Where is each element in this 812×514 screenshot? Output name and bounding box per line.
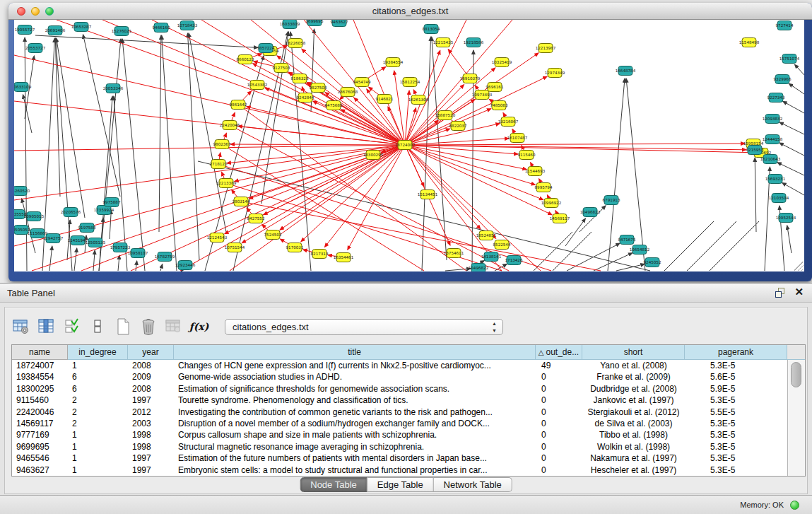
table-row[interactable]: 1456911722003Disruption of a novel membe… [12,418,805,429]
graph-node[interactable]: 20206576 [61,208,81,217]
graph-node[interactable]: 10996922 [541,199,561,208]
table-row[interactable]: 1830029562008Estimation of significance … [12,383,805,395]
graph-node[interactable]: 9146821 [376,95,394,104]
graph-node[interactable]: 14138141 [481,252,502,262]
toggle-rows-icon[interactable] [88,317,107,337]
graph-node[interactable]: 10653287 [71,23,92,32]
graph-node[interactable]: 12942757 [43,234,64,243]
graph-node[interactable]: 9727414 [776,21,794,30]
graph-node[interactable]: 12213987 [536,44,556,53]
graph-node[interactable]: 16782759 [155,252,175,262]
graph-node[interactable]: 10952544 [776,214,796,223]
column-header-name[interactable]: name [12,345,68,360]
graph-node[interactable]: 12505135 [86,238,106,247]
graph-node[interactable]: 9242844 [297,93,314,103]
graph-node[interactable]: 7524502 [264,230,282,240]
graph-node[interactable]: 8822037 [449,122,467,131]
graph-node[interactable]: 13754611 [444,249,464,258]
graph-node[interactable]: 9115460 [518,151,536,160]
graph-node[interactable]: 8475685 [325,101,343,110]
table-row[interactable]: 1872400712008Changes of HCN gene express… [12,360,805,371]
graph-node[interactable]: 15276021 [112,27,132,36]
graph-node[interactable]: 10958107 [128,249,148,258]
column-header-out_de[interactable]: △out_de... [536,345,582,360]
import-table-icon[interactable] [164,317,183,337]
graph-node[interactable]: 15812254 [400,78,420,87]
graph-node[interactable]: 12923446 [175,261,196,270]
table-row[interactable]: 1938455462009Genome-wide association stu… [12,371,805,382]
graph-node[interactable]: 19218586 [464,38,484,47]
graph-node[interactable]: 9127503 [273,64,290,73]
graph-node[interactable]: 9802367 [213,140,231,149]
graph-node[interactable]: 9975887 [103,198,121,207]
graph-node[interactable]: 20691406 [45,26,66,35]
graph-node[interactable]: 16910379 [460,74,481,83]
table-row[interactable]: 977716911998Corpus callosum shape and si… [12,429,805,440]
graph-node[interactable]: 9227343 [767,93,785,103]
graph-node[interactable]: 10496823 [580,208,601,217]
graph-node[interactable]: 20053346 [103,84,124,93]
graph-node[interactable]: 2803144 [233,197,250,206]
show-columns-icon[interactable] [37,317,56,337]
table-row[interactable]: 2242004622012Investigating the contribut… [12,407,805,418]
graph-node[interactable]: 18524851 [476,231,497,240]
graph-node[interactable]: 7485083 [490,101,508,110]
graph-node[interactable]: 7857224 [257,44,275,53]
graph-node[interactable]: 8471675 [618,235,636,245]
graph-node[interactable]: 8427552 [247,214,265,223]
graph-node[interactable]: 15134451 [418,190,438,199]
graph-node[interactable]: 10654812 [630,245,649,255]
graph-node[interactable]: 10718433 [177,21,198,30]
table-row[interactable]: 946362711997Embryonic stem cells: a mode… [12,465,805,476]
graph-node[interactable]: 22420046 [220,121,240,130]
function-builder-icon[interactable]: ƒ(x) [189,317,208,337]
graph-node[interactable]: 9699695 [306,20,324,26]
graph-node[interactable]: 11544693 [525,167,546,176]
window-titlebar[interactable]: citations_edges.txt [8,3,812,20]
graph-node[interactable]: 9696161 [486,83,504,92]
graph-node[interactable]: 8660123 [237,55,254,64]
graph-node[interactable]: 9170031 [286,243,304,252]
graph-node[interactable]: 8215953 [746,146,764,155]
graph-node[interactable]: 12215435 [433,38,454,47]
scrollbar-thumb[interactable] [791,362,801,387]
column-header-year[interactable]: year [128,345,174,360]
graph-node[interactable]: 10325419 [492,58,512,67]
table-row[interactable]: 946554611997Estimation of the future num… [12,452,805,464]
graph-node[interactable]: 9245052 [644,258,661,267]
graph-node[interactable]: 12093832 [763,115,782,124]
column-header-pagerank[interactable]: pagerank [685,345,787,360]
resize-grip-icon[interactable] [794,262,804,271]
tab-node-table[interactable]: Node Table [300,477,367,492]
float-panel-icon[interactable] [775,288,785,298]
tab-edge-table[interactable]: Edge Table [367,477,434,492]
table-mode-icon[interactable] [11,317,30,337]
graph-node[interactable]: 8186328 [291,74,309,83]
graph-node[interactable]: 12103504 [769,194,789,203]
graph-node[interactable]: 16354461 [334,253,354,262]
graph-node[interactable]: 10496822 [469,264,488,272]
delete-column-icon[interactable] [139,317,158,337]
graph-node[interactable]: 18226058 [286,39,306,48]
graph-node[interactable]: 10751544 [225,243,245,252]
graph-node[interactable]: 8217313 [311,250,329,259]
graph-node[interactable]: 12444158 [763,135,783,144]
graph-node[interactable]: 19055727 [15,25,35,35]
graph-node[interactable]: 9329966 [774,75,792,84]
graph-node[interactable]: 11548498 [739,38,760,47]
graph-node[interactable]: 8522544 [493,240,511,250]
graph-node[interactable]: 16107487 [507,134,528,143]
graph-node[interactable]: 9197588 [78,223,96,233]
graph-node[interactable]: 15693231 [765,175,786,184]
graph-node[interactable]: 19384554 [383,58,404,67]
graph-node[interactable]: 9466160 [153,23,170,33]
graph-node[interactable]: 15751074 [779,54,800,64]
table-row[interactable]: 969969511998Structural magnetic resonanc… [12,441,805,452]
graph-node[interactable]: 14569117 [550,214,570,223]
network-canvas[interactable]: 1872400718226058891295486601239127503818… [14,20,804,271]
graph-node[interactable]: 1713426 [505,256,523,265]
graph-node[interactable]: 8454749 [353,78,371,87]
graph-node[interactable]: 16648784 [616,66,636,76]
graph-node[interactable]: 9861642 [230,100,247,110]
graph-node[interactable]: 25260520 [14,187,30,196]
